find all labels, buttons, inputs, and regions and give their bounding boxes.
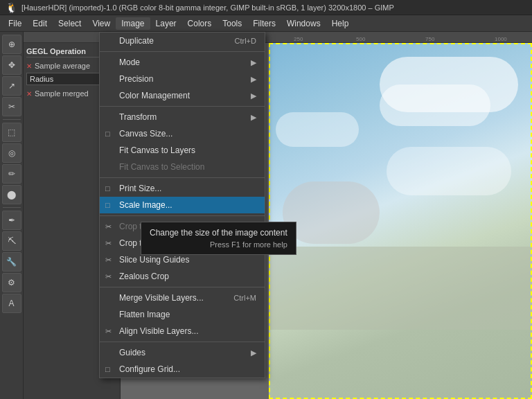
menu-arrow-transform: ▶	[251, 113, 256, 122]
menu-label-fit-canvas-layers: Fit Canvas to Layers	[119, 145, 195, 155]
menu-separator-10	[100, 177, 265, 178]
app-icon: 🐧	[6, 2, 17, 13]
menu-icon-crop-to: ✂	[105, 222, 112, 231]
titlebar: 🐧 [HauserHDR] (imported)-1.0 (RGB color …	[0, 0, 532, 15]
main-layout: ⊕✥↗✂⬚◎✏⬤✒⛏🔧⚙A 250 500 750 1000 GEGL Oper…	[0, 32, 532, 399]
menubar: FileEditSelectViewImageLayerColorsToolsF…	[0, 15, 532, 32]
menu-separator-5	[100, 106, 265, 107]
tool-button-5[interactable]: ◎	[2, 143, 21, 163]
menu-item-merge-layers[interactable]: Merge Visible Layers...Ctrl+M	[100, 290, 265, 306]
tool-button-8[interactable]: ✒	[2, 211, 21, 230]
menu-item-fit-canvas-sel: Fit Canvas to Selection	[100, 159, 265, 175]
tool-button-2[interactable]: ↗	[2, 76, 21, 96]
menu-separator-1	[100, 51, 265, 52]
menu-label-configure-grid: Configure Grid...	[119, 364, 180, 374]
menu-item-view[interactable]: View	[87, 17, 116, 30]
gegl-close-sample-merged[interactable]: ✕	[26, 90, 32, 98]
menu-item-configure-grid[interactable]: □Configure Grid...	[100, 361, 265, 378]
ruler-mark-500: 500	[356, 36, 365, 42]
ruler-mark-1000: 1000	[495, 36, 507, 42]
menu-label-duplicate: Duplicate	[119, 36, 154, 46]
menu-arrow-color-mgmt: ▶	[251, 91, 256, 100]
gegl-label-sample-merged: Sample merged	[35, 89, 89, 98]
menu-item-file[interactable]: File	[3, 17, 27, 30]
menu-arrow-guides: ▶	[251, 348, 256, 357]
menu-item-layer[interactable]: Layer	[150, 17, 182, 30]
tooltip-scale-image: Change the size of the image content Pre…	[141, 222, 296, 255]
menu-item-zealous-crop[interactable]: ✂Zealous Crop	[100, 268, 265, 285]
menu-arrow-precision: ▶	[251, 75, 256, 84]
menu-separator-13	[100, 215, 265, 216]
menu-shortcut-duplicate: Ctrl+D	[235, 37, 256, 45]
tool-button-1[interactable]: ✥	[2, 55, 21, 75]
menu-label-mode: Mode	[119, 57, 140, 67]
tool-button-3[interactable]: ✂	[2, 97, 21, 116]
menu-shortcut-merge-layers: Ctrl+M	[233, 294, 256, 302]
gegl-close-sample-average[interactable]: ✕	[26, 62, 32, 70]
tool-button-12[interactable]: A	[2, 294, 21, 313]
menu-item-help[interactable]: Help	[326, 17, 355, 30]
menu-item-mode[interactable]: Mode▶	[100, 54, 265, 71]
tooltip-main-text: Change the size of the image content	[150, 228, 287, 238]
menu-item-image[interactable]: Image	[116, 17, 150, 30]
menu-item-duplicate[interactable]: DuplicateCtrl+D	[100, 33, 265, 49]
menu-icon-canvas-size: □	[105, 130, 110, 138]
tool-divider-8	[3, 207, 21, 208]
gegl-label-sample-average: Sample average	[35, 62, 90, 70]
menu-icon-zealous-crop: ✂	[105, 272, 112, 281]
tooltip-sub-text: Press F1 for more help	[150, 240, 287, 249]
canvas-border	[269, 43, 532, 399]
tool-button-7[interactable]: ⬤	[2, 185, 21, 204]
tool-button-0[interactable]: ⊕	[2, 35, 21, 54]
menu-icon-align-layers: ✂	[105, 327, 112, 336]
menu-icon-print-size: □	[105, 184, 110, 193]
menu-label-scale-image: Scale Image...	[119, 200, 172, 210]
menu-item-colors[interactable]: Colors	[182, 17, 218, 30]
menu-separator-18	[100, 287, 265, 287]
menu-item-precision[interactable]: Precision▶	[100, 71, 265, 87]
menu-label-canvas-size: Canvas Size...	[119, 129, 172, 139]
ruler-mark-750: 750	[425, 36, 434, 42]
menu-item-print-size[interactable]: □Print Size...	[100, 180, 265, 197]
menu-item-align-layers[interactable]: ✂Align Visible Layers...	[100, 323, 265, 339]
ruler-mark-250: 250	[294, 36, 303, 42]
menu-label-fit-canvas-sel: Fit Canvas to Selection	[119, 162, 204, 172]
menu-item-fit-canvas-layers[interactable]: Fit Canvas to Layers	[100, 142, 265, 159]
tool-divider-4	[3, 119, 21, 120]
menu-label-transform: Transform	[119, 112, 157, 122]
image-menu-dropdown: DuplicateCtrl+DMode▶Precision▶Color Mana…	[99, 32, 265, 378]
tool-button-6[interactable]: ✏	[2, 164, 21, 184]
menu-label-merge-layers: Merge Visible Layers...	[119, 293, 204, 303]
menu-item-canvas-size[interactable]: □Canvas Size...	[100, 125, 265, 142]
window-title: [HauserHDR] (imported)-1.0 (RGB color 8-…	[21, 3, 394, 12]
menu-item-windows[interactable]: Windows	[281, 17, 326, 30]
tool-button-10[interactable]: 🔧	[2, 252, 21, 272]
menu-label-zealous-crop: Zealous Crop	[119, 272, 169, 281]
tool-button-9[interactable]: ⛏	[2, 231, 21, 251]
menu-label-slice-guides: Slice Using Guides	[119, 255, 189, 265]
menu-icon-configure-grid: □	[105, 365, 110, 373]
menu-item-flatten[interactable]: Flatten Image	[100, 306, 265, 323]
menu-item-guides[interactable]: Guides▶	[100, 344, 265, 361]
menu-label-precision: Precision	[119, 74, 153, 84]
tool-button-11[interactable]: ⚙	[2, 273, 21, 292]
menu-item-tools[interactable]: Tools	[217, 17, 247, 30]
menu-icon-scale-image: □	[105, 201, 110, 209]
menu-label-align-layers: Align Visible Layers...	[119, 326, 199, 336]
menu-item-select[interactable]: Select	[53, 17, 87, 30]
menu-icon-crop-content: ✂	[105, 239, 112, 248]
menu-label-flatten: Flatten Image	[119, 310, 170, 319]
menu-separator-22	[100, 342, 265, 342]
menu-label-guides: Guides	[119, 348, 145, 357]
menu-arrow-mode: ▶	[251, 58, 256, 67]
menu-item-transform[interactable]: Transform▶	[100, 109, 265, 125]
menu-item-color-mgmt[interactable]: Color Management▶	[100, 87, 265, 104]
tool-button-4[interactable]: ⬚	[2, 123, 21, 142]
menu-label-print-size: Print Size...	[119, 184, 161, 193]
menu-item-edit[interactable]: Edit	[27, 17, 53, 30]
left-toolbar: ⊕✥↗✂⬚◎✏⬤✒⛏🔧⚙A	[0, 32, 24, 399]
menu-item-filters[interactable]: Filters	[247, 17, 281, 30]
menu-icon-slice-guides: ✂	[105, 256, 112, 265]
menu-item-scale-image[interactable]: □Scale Image...	[100, 197, 265, 213]
menu-label-color-mgmt: Color Management	[119, 91, 190, 100]
